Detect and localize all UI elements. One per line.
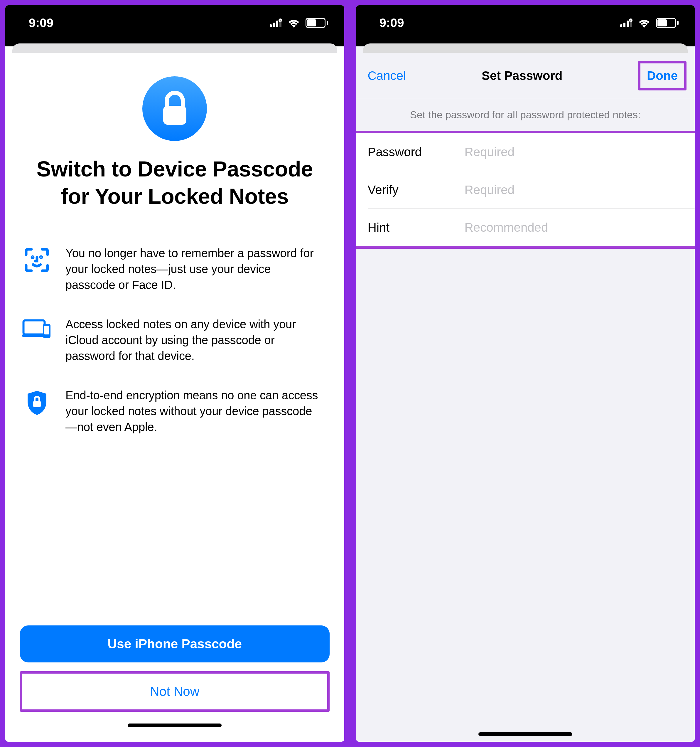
password-form: Password Required Verify Required Hint R…	[356, 133, 695, 246]
verify-field-row[interactable]: Verify Required	[368, 171, 695, 209]
nav-bar: Cancel Set Password Done	[356, 53, 695, 99]
field-placeholder: Required	[465, 183, 514, 197]
status-right: ! 51	[620, 18, 679, 28]
status-time: 9:09	[29, 16, 53, 30]
cellular-icon: !	[620, 18, 632, 27]
wifi-icon	[287, 18, 300, 27]
svg-rect-0	[270, 24, 272, 27]
field-placeholder: Required	[465, 145, 514, 159]
feature-row: End-to-end encryption means no one can a…	[20, 387, 330, 435]
info-sheet: Switch to Device Passcode for Your Locke…	[5, 53, 344, 742]
feature-row: You no longer have to remember a passwor…	[20, 245, 330, 293]
lock-hero-icon	[142, 76, 207, 141]
status-bar: 9:09 ! 51	[356, 5, 695, 46]
set-password-sheet: Cancel Set Password Done Set the passwor…	[356, 53, 695, 742]
svg-rect-16	[627, 21, 629, 27]
shield-lock-icon	[20, 387, 54, 435]
status-time: 9:09	[380, 16, 404, 30]
use-passcode-button[interactable]: Use iPhone Passcode	[20, 625, 330, 662]
wifi-icon	[638, 18, 651, 27]
battery-level: 51	[306, 19, 324, 27]
status-bar: 9:09 ! 51	[5, 5, 344, 46]
button-stack: Use iPhone Passcode Not Now	[20, 625, 330, 723]
svg-rect-15	[623, 23, 625, 27]
password-field-row[interactable]: Password Required	[356, 133, 695, 171]
battery-level: 51	[657, 19, 675, 27]
feature-text: You no longer have to remember a passwor…	[65, 245, 324, 293]
svg-rect-14	[620, 24, 622, 27]
feature-text: Access locked notes on any device with y…	[65, 316, 324, 364]
nav-title: Set Password	[482, 69, 562, 83]
hint-field-row[interactable]: Hint Recommended	[368, 209, 695, 246]
form-caption: Set the password for all password protec…	[356, 99, 695, 131]
feature-row: Access locked notes on any device with y…	[20, 316, 330, 364]
field-placeholder: Recommended	[465, 221, 548, 234]
field-label: Password	[368, 145, 465, 159]
svg-rect-1	[273, 23, 275, 27]
battery-icon: 51	[306, 18, 328, 28]
svg-point-8	[41, 257, 42, 258]
phone-left: 9:09 ! 51	[3, 3, 347, 744]
svg-rect-13	[33, 401, 41, 407]
field-label: Hint	[368, 221, 465, 234]
svg-rect-6	[163, 106, 186, 125]
devices-icon	[20, 316, 54, 364]
battery-icon: 51	[656, 18, 679, 28]
done-button[interactable]: Done	[647, 69, 678, 83]
hero-title: Switch to Device Passcode for Your Locke…	[20, 156, 330, 210]
field-label: Verify	[368, 183, 465, 197]
home-indicator	[128, 723, 222, 727]
svg-rect-12	[44, 326, 49, 334]
status-right: ! 51	[270, 18, 328, 28]
home-indicator	[478, 732, 572, 736]
svg-text:!: !	[631, 19, 631, 22]
phone-right: 9:09 ! 51 Cancel	[354, 3, 697, 744]
svg-rect-2	[276, 21, 278, 27]
svg-point-7	[32, 257, 33, 258]
faceid-icon	[20, 245, 54, 293]
cellular-icon: !	[270, 18, 282, 27]
cancel-button[interactable]: Cancel	[368, 69, 406, 83]
svg-text:!: !	[280, 19, 281, 22]
feature-text: End-to-end encryption means no one can a…	[65, 387, 324, 435]
not-now-button[interactable]: Not Now	[20, 671, 330, 712]
svg-rect-10	[22, 334, 46, 337]
svg-rect-9	[24, 321, 45, 334]
